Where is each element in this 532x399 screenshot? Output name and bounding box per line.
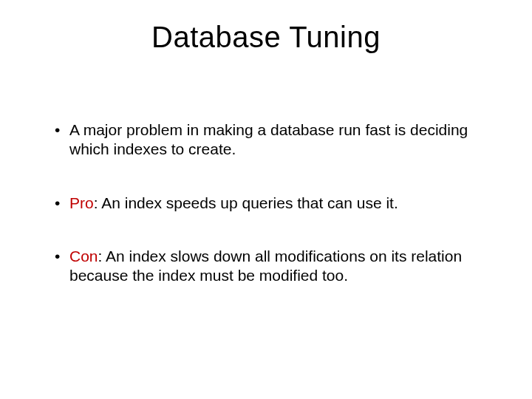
bullet-label-con: Con xyxy=(69,248,98,265)
bullet-text: : An index speeds up queries that can us… xyxy=(94,194,398,211)
bullet-text: A major problem in making a database run… xyxy=(69,121,468,157)
slide: Database Tuning A major problem in makin… xyxy=(0,0,532,399)
bullet-item: Con: An index slows down all modificatio… xyxy=(55,247,495,286)
bullet-list: A major problem in making a database run… xyxy=(37,120,495,285)
bullet-item: A major problem in making a database run… xyxy=(55,120,495,160)
bullet-label-pro: Pro xyxy=(69,194,94,211)
bullet-item: Pro: An index speeds up queries that can… xyxy=(55,194,495,213)
bullet-text: : An index slows down all modifications … xyxy=(69,248,462,284)
slide-title: Database Tuning xyxy=(37,21,495,54)
